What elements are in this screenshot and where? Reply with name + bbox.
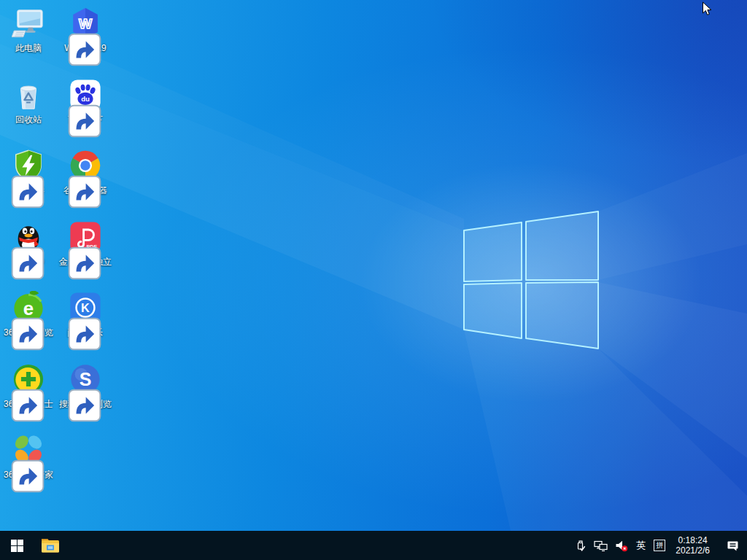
start-button[interactable]	[0, 531, 34, 560]
desktop-icon-recycle-bin[interactable]: 回收站	[0, 77, 57, 125]
shortcut-arrow-icon	[68, 388, 77, 397]
this-pc-icon	[11, 6, 46, 41]
svg-text:W: W	[79, 16, 93, 31]
clock[interactable]: 0:18:24 2021/2/6	[669, 531, 716, 560]
clock-date: 2021/2/6	[676, 545, 710, 556]
taskbar: 英 拼 0:18:24 2021/2/6	[0, 531, 747, 560]
sogou-browser-icon: S	[68, 362, 103, 397]
kugou-music-icon: K	[68, 290, 103, 325]
desktop-icon-360-safeguard[interactable]: 360安全卫士	[0, 362, 57, 410]
chrome-browser-icon	[68, 148, 103, 183]
desktop-icon-sogou-browser[interactable]: S 搜狗高速浏览器	[57, 362, 114, 421]
desktop-icon-360-software-manager[interactable]: 360软件管家	[0, 432, 57, 481]
svg-text:S: S	[80, 369, 92, 389]
360-secure-browser-icon: e	[11, 290, 46, 325]
shortcut-arrow-icon	[68, 316, 77, 326]
desktop-icon-label: 回收站	[0, 114, 57, 125]
360-software-manager-icon	[11, 432, 46, 467]
windows-start-icon	[11, 540, 23, 552]
shortcut-arrow-icon	[11, 316, 20, 326]
desktop-background[interactable]: 此电脑 W WPS 2019 回收站 du 百度一下 360杀毒 谷歌浏览器 腾…	[0, 0, 747, 531]
ime-mode-indicator[interactable]: 拼	[654, 540, 665, 551]
baidu-search-icon: du	[68, 77, 103, 112]
desktop-icon-baidu-search[interactable]: du 百度一下	[57, 77, 114, 125]
tencent-qq-icon	[11, 219, 46, 254]
wps-2019-icon: W	[68, 6, 103, 41]
volume-muted-icon[interactable]	[611, 531, 632, 560]
ime-language-indicator[interactable]: 英	[632, 539, 650, 552]
clock-time: 0:18:24	[676, 535, 710, 545]
network-icon[interactable]	[590, 531, 611, 560]
svg-text:du: du	[81, 95, 90, 103]
windows-logo	[464, 211, 598, 349]
notification-icon	[727, 540, 739, 552]
shortcut-arrow-icon	[68, 104, 77, 113]
kingsoft-pdf-icon: PDF	[68, 219, 103, 254]
desktop-icon-wps-2019[interactable]: W WPS 2019	[57, 6, 114, 54]
shortcut-arrow-icon	[68, 174, 77, 184]
recycle-bin-icon	[11, 77, 46, 112]
shortcut-arrow-icon	[11, 174, 20, 184]
shortcut-arrow-icon	[11, 388, 20, 397]
svg-text:K: K	[81, 301, 90, 314]
svg-text:e: e	[23, 298, 34, 319]
360-antivirus-icon	[11, 148, 46, 183]
360-safeguard-icon	[11, 362, 46, 397]
file-explorer-icon	[41, 537, 60, 553]
shortcut-arrow-icon	[11, 459, 20, 468]
desktop-icon-kingsoft-pdf[interactable]: PDF 金山PDF独立版	[57, 219, 114, 279]
desktop-icon-360-antivirus[interactable]: 360杀毒	[0, 148, 57, 196]
usb-safely-remove-icon[interactable]	[570, 531, 590, 560]
desktop-icon-360-secure-browser[interactable]: e 360安全浏览器	[0, 290, 57, 349]
desktop-icon-chrome-browser[interactable]: 谷歌浏览器	[57, 148, 114, 196]
desktop-icon-tencent-qq[interactable]: 腾讯QQ	[0, 219, 57, 268]
shortcut-arrow-icon	[68, 246, 77, 255]
desktop-icon-this-pc[interactable]: 此电脑	[0, 6, 57, 54]
desktop-icon-label: 此电脑	[0, 43, 57, 54]
desktop-icon-kugou-music[interactable]: K 酷狗音乐	[57, 290, 114, 338]
shortcut-arrow-icon	[11, 246, 20, 255]
action-center-button[interactable]	[716, 531, 747, 560]
file-explorer-button[interactable]	[34, 531, 67, 560]
shortcut-arrow-icon	[68, 32, 77, 42]
